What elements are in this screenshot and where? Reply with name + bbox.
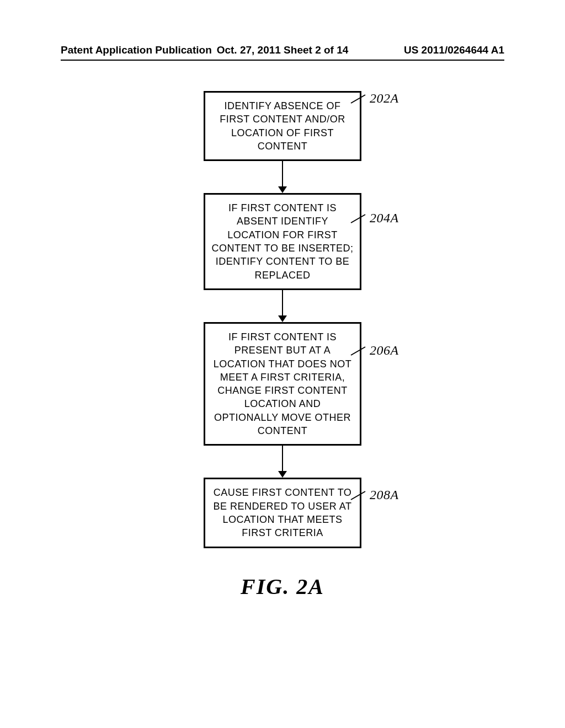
arrow-icon [278, 161, 287, 193]
arrow-icon [278, 290, 287, 322]
page: Patent Application Publication Oct. 27, … [0, 0, 565, 728]
figure-caption: FIG. 2A [0, 574, 565, 599]
header-left: Patent Application Publication [61, 44, 212, 56]
flow-box-label: 204A [370, 209, 399, 227]
flowchart: IDENTIFY ABSENCE OF FIRST CONTENT AND/OR… [0, 91, 565, 548]
leader-line [351, 491, 366, 500]
flow-box-label: 208A [370, 486, 399, 504]
header-rule [61, 60, 504, 61]
flow-box-text: IDENTIFY ABSENCE OF FIRST CONTENT AND/OR… [220, 100, 345, 152]
leader-line [351, 346, 366, 356]
flow-box-label: 206A [370, 341, 399, 359]
arrow-icon [278, 446, 287, 478]
flow-box-label: 202A [370, 89, 399, 107]
flow-box-1: IDENTIFY ABSENCE OF FIRST CONTENT AND/OR… [204, 91, 361, 161]
header-right: US 2011/0264644 A1 [404, 44, 504, 56]
flow-box-text: IF FIRST CONTENT IS ABSENT IDENTIFY LOCA… [211, 202, 353, 280]
page-header: Patent Application Publication Oct. 27, … [61, 44, 504, 56]
leader-line [351, 94, 366, 104]
flow-box-4: CAUSE FIRST CONTENT TO BE RENDERED TO US… [204, 478, 361, 548]
flow-box-text: CAUSE FIRST CONTENT TO BE RENDERED TO US… [213, 487, 351, 538]
flow-box-text: IF FIRST CONTENT IS PRESENT BUT AT A LOC… [214, 331, 352, 436]
flow-box-3: IF FIRST CONTENT IS PRESENT BUT AT A LOC… [204, 322, 361, 446]
leader-line [351, 214, 366, 223]
flow-box-2: IF FIRST CONTENT IS ABSENT IDENTIFY LOCA… [204, 193, 361, 290]
